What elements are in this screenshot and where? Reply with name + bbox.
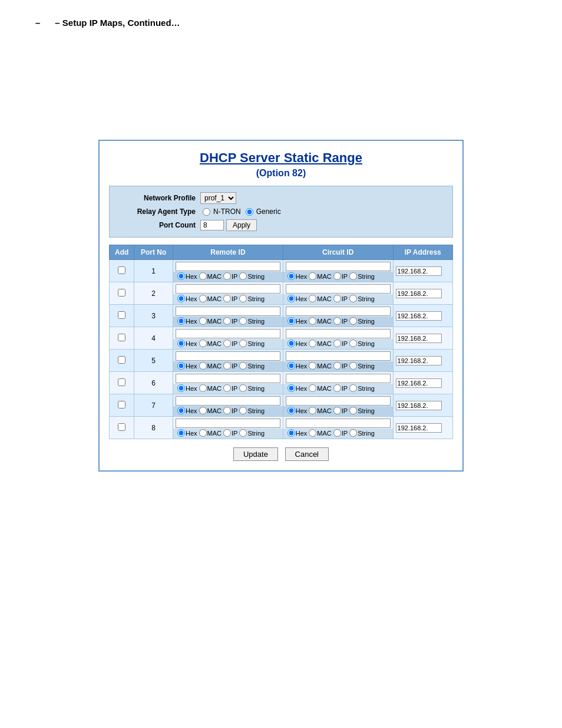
remote-ip-radio-3[interactable] [223,317,231,325]
remote-id-input-7[interactable] [176,396,280,406]
remote-ip-radio-2[interactable] [223,295,231,302]
remote-ip-radio-6[interactable] [223,384,231,392]
remote-hex-radio-2[interactable] [177,295,185,302]
circuit-string-radio-4[interactable] [349,340,357,347]
circuit-string-radio-5[interactable] [349,362,357,370]
add-checkbox-2[interactable] [118,289,125,297]
remote-id-input-5[interactable] [176,351,280,361]
circuit-hex-radio-6[interactable] [287,384,295,392]
apply-button[interactable]: Apply [226,219,257,231]
add-checkbox-5[interactable] [118,356,125,364]
remote-string-radio-8[interactable] [239,429,247,437]
circuit-hex-radio-4[interactable] [287,340,295,347]
ip-input-3[interactable] [396,311,442,321]
circuit-mac-radio-8[interactable] [309,429,316,437]
ip-input-1[interactable] [396,266,442,276]
remote-hex-radio-1[interactable] [177,272,185,280]
circuit-string-radio-8[interactable] [349,429,357,437]
remote-string-radio-2[interactable] [239,295,247,302]
remote-mac-radio-1[interactable] [199,272,207,280]
remote-ip-radio-8[interactable] [223,429,231,437]
relay-ntron-radio[interactable] [203,208,210,216]
remote-mac-radio-6[interactable] [199,384,207,392]
circuit-ip-radio-4[interactable] [333,340,341,347]
remote-hex-radio-4[interactable] [177,340,185,347]
ip-input-8[interactable] [396,423,442,433]
circuit-id-input-8[interactable] [286,419,391,428]
remote-id-input-4[interactable] [176,329,280,338]
circuit-ip-radio-1[interactable] [333,272,341,280]
remote-mac-radio-7[interactable] [199,407,207,414]
circuit-mac-radio-3[interactable] [309,317,316,325]
ip-input-7[interactable] [396,401,442,410]
remote-string-radio-1[interactable] [239,272,247,280]
remote-hex-radio-7[interactable] [177,407,185,414]
remote-mac-radio-8[interactable] [199,429,207,437]
circuit-ip-radio-2[interactable] [333,295,341,302]
remote-hex-radio-8[interactable] [177,429,185,437]
remote-mac-radio-5[interactable] [199,362,207,370]
ip-input-4[interactable] [396,334,442,343]
circuit-ip-radio-7[interactable] [333,407,341,414]
remote-id-input-8[interactable] [176,419,280,428]
circuit-hex-radio-8[interactable] [287,429,295,437]
circuit-id-input-3[interactable] [286,307,391,316]
ip-input-5[interactable] [396,356,442,365]
circuit-id-input-2[interactable] [286,284,391,294]
relay-generic-radio[interactable] [246,208,253,216]
circuit-ip-radio-8[interactable] [333,429,341,437]
remote-ip-radio-4[interactable] [223,340,231,347]
add-checkbox-1[interactable] [118,266,125,274]
remote-string-radio-6[interactable] [239,384,247,392]
circuit-hex-radio-7[interactable] [287,407,295,414]
ip-input-2[interactable] [396,289,442,298]
remote-mac-radio-3[interactable] [199,317,207,325]
remote-ip-radio-7[interactable] [223,407,231,414]
circuit-string-radio-1[interactable] [349,272,357,280]
circuit-ip-radio-5[interactable] [333,362,341,370]
circuit-hex-radio-1[interactable] [287,272,295,280]
circuit-ip-radio-3[interactable] [333,317,341,325]
circuit-mac-radio-1[interactable] [309,272,316,280]
remote-id-input-2[interactable] [176,284,280,294]
circuit-id-input-5[interactable] [286,351,391,361]
add-checkbox-8[interactable] [118,423,125,431]
remote-string-radio-3[interactable] [239,317,247,325]
remote-id-input-3[interactable] [176,307,280,316]
circuit-hex-radio-2[interactable] [287,295,295,302]
add-checkbox-3[interactable] [118,311,125,319]
circuit-id-input-7[interactable] [286,396,391,406]
remote-mac-radio-4[interactable] [199,340,207,347]
remote-ip-radio-1[interactable] [223,272,231,280]
network-profile-select[interactable]: prof_1 [200,192,236,204]
ip-input-6[interactable] [396,378,442,388]
cancel-button[interactable]: Cancel [285,447,329,461]
remote-hex-radio-6[interactable] [177,384,185,392]
circuit-string-radio-6[interactable] [349,384,357,392]
remote-id-input-6[interactable] [176,374,280,383]
add-checkbox-7[interactable] [118,401,125,409]
remote-mac-radio-2[interactable] [199,295,207,302]
circuit-mac-radio-2[interactable] [309,295,316,302]
remote-string-radio-4[interactable] [239,340,247,347]
circuit-string-radio-3[interactable] [349,317,357,325]
circuit-mac-radio-4[interactable] [309,340,316,347]
remote-string-radio-7[interactable] [239,407,247,414]
remote-hex-radio-5[interactable] [177,362,185,370]
circuit-mac-radio-6[interactable] [309,384,316,392]
add-checkbox-6[interactable] [118,378,125,386]
circuit-id-input-1[interactable] [286,262,391,271]
circuit-id-input-4[interactable] [286,329,391,338]
add-checkbox-4[interactable] [118,334,125,341]
circuit-string-radio-7[interactable] [349,407,357,414]
update-button[interactable]: Update [233,447,278,461]
circuit-hex-radio-5[interactable] [287,362,295,370]
remote-string-radio-5[interactable] [239,362,247,370]
remote-hex-radio-3[interactable] [177,317,185,325]
circuit-id-input-6[interactable] [286,374,391,383]
circuit-mac-radio-5[interactable] [309,362,316,370]
circuit-string-radio-2[interactable] [349,295,357,302]
circuit-hex-radio-3[interactable] [287,317,295,325]
circuit-mac-radio-7[interactable] [309,407,316,414]
circuit-ip-radio-6[interactable] [333,384,341,392]
